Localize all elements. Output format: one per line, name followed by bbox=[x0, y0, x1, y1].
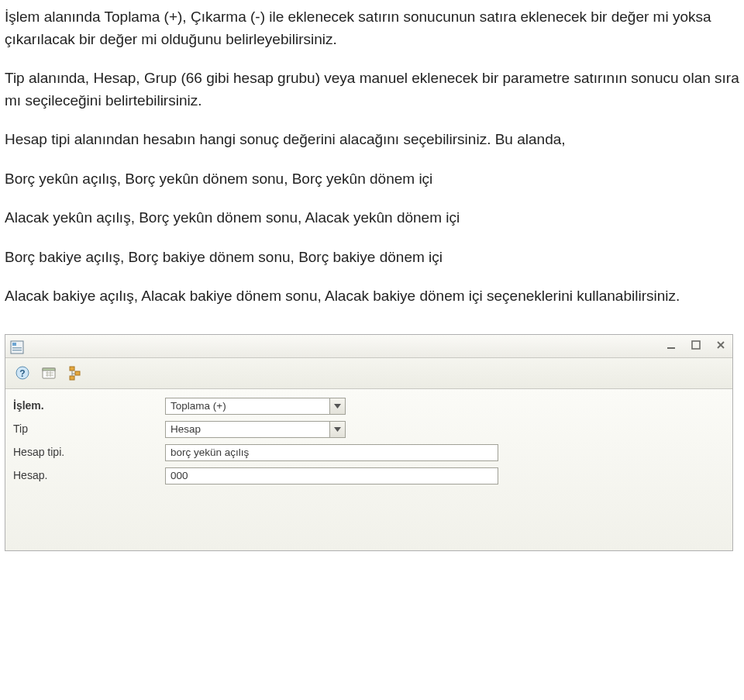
paragraph-borc-bakiye: Borç bakiye açılış, Borç bakiye dönem so… bbox=[5, 247, 739, 269]
toolbar-hierarchy-button[interactable] bbox=[63, 361, 88, 384]
input-hesap[interactable] bbox=[165, 467, 498, 484]
close-button[interactable] bbox=[714, 338, 728, 352]
toolbar: ? bbox=[5, 358, 732, 389]
svg-rect-11 bbox=[43, 368, 55, 371]
paragraph-alacak-yekun: Alacak yekûn açılış, Borç yekûn dönem so… bbox=[5, 207, 739, 229]
input-hesap-tipi[interactable] bbox=[165, 444, 498, 461]
dropdown-islem[interactable] bbox=[330, 398, 346, 415]
row-islem: İşlem. bbox=[13, 395, 726, 417]
paragraph-islem: İşlem alanında Toplama (+), Çıkarma (-) … bbox=[5, 6, 739, 50]
title-bar bbox=[5, 335, 732, 358]
toolbar-calendar-button[interactable] bbox=[36, 361, 61, 384]
label-hesap: Hesap. bbox=[13, 467, 165, 484]
svg-marker-19 bbox=[334, 404, 341, 409]
svg-text:?: ? bbox=[19, 368, 25, 379]
paragraph-hesaptipi-intro: Hesap tipi alanından hesabın hangi sonuç… bbox=[5, 129, 739, 151]
toolbar-help-button[interactable]: ? bbox=[10, 361, 35, 384]
svg-rect-18 bbox=[70, 376, 74, 380]
paragraph-alacak-bakiye: Alacak bakiye açılış, Alacak bakiye döne… bbox=[5, 285, 739, 308]
minimize-button[interactable] bbox=[664, 338, 678, 352]
window-buttons bbox=[664, 338, 728, 352]
svg-marker-20 bbox=[334, 427, 341, 432]
svg-rect-1 bbox=[12, 343, 16, 346]
window-system-icon bbox=[10, 339, 24, 353]
svg-rect-17 bbox=[75, 371, 80, 375]
svg-rect-16 bbox=[70, 367, 74, 371]
label-islem: İşlem. bbox=[13, 398, 165, 414]
maximize-button[interactable] bbox=[689, 338, 703, 352]
svg-rect-5 bbox=[692, 341, 700, 349]
app-window: ? İşlem. bbox=[5, 334, 733, 551]
input-tip[interactable] bbox=[165, 421, 330, 438]
label-tip: Tip bbox=[13, 421, 165, 437]
svg-rect-4 bbox=[667, 347, 675, 349]
label-hesap-tipi: Hesap tipi. bbox=[13, 444, 165, 460]
form-area: İşlem. Tip Hesap tipi. bbox=[5, 389, 732, 550]
dropdown-tip[interactable] bbox=[330, 421, 346, 438]
row-tip: Tip bbox=[13, 419, 726, 440]
paragraph-borc-yekun: Borç yekûn açılış, Borç yekûn dönem sonu… bbox=[5, 168, 739, 191]
input-islem[interactable] bbox=[165, 398, 330, 415]
paragraph-tip: Tip alanında, Hesap, Grup (66 gibi hesap… bbox=[5, 67, 739, 112]
svg-rect-2 bbox=[12, 347, 22, 349]
row-hesap: Hesap. bbox=[13, 465, 726, 487]
svg-rect-3 bbox=[12, 350, 22, 351]
body-text: İşlem alanında Toplama (+), Çıkarma (-) … bbox=[0, 0, 744, 334]
row-hesap-tipi: Hesap tipi. bbox=[13, 442, 726, 464]
